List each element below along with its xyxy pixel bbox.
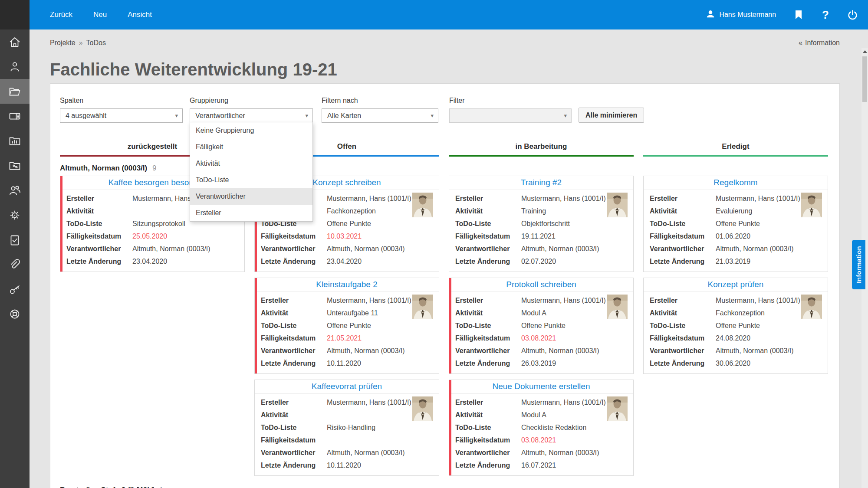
field-label: Ersteller: [650, 192, 716, 205]
field-label: Aktivität: [261, 409, 327, 421]
todo-card-title[interactable]: Kleinstaufgabe 2: [255, 278, 439, 292]
gruppierung-label: Gruppierung: [190, 97, 313, 105]
field-label: ToDo-Liste: [261, 319, 327, 332]
breadcrumb-todos[interactable]: ToDos: [86, 39, 106, 46]
scrollbar-thumb[interactable]: [862, 56, 867, 102]
breadcrumb-projekte[interactable]: Projekte: [50, 39, 76, 46]
field-label: Letzte Änderung: [650, 255, 716, 268]
field-label: ToDo-Liste: [650, 217, 716, 230]
menu-item-ansicht[interactable]: Ansicht: [128, 10, 152, 19]
todo-card-fields: ErstellerMustermann, Hans (1001/I)Aktivi…: [644, 292, 828, 373]
filtern-nach-select-value: Alle Karten: [327, 112, 361, 120]
field-label: Verantwortlicher: [455, 344, 521, 357]
todo-card-title[interactable]: Konzept prüfen: [644, 278, 828, 292]
board-controls: Spalten 4 ausgewählt ▾ Gruppierung Veran…: [60, 97, 830, 123]
field-value: 23.04.2020: [132, 255, 238, 268]
gruppierung-select[interactable]: Verantwortlicher ▾: [190, 108, 313, 123]
column-header-in-bearbeitung[interactable]: in Bearbeitung: [449, 142, 634, 157]
todo-card-fields: ErstellerMustermann, Hans (1001/I)Aktivi…: [255, 292, 439, 373]
gruppierung-option-aktivität[interactable]: Aktivität: [190, 155, 312, 172]
field-value: [327, 434, 433, 446]
field-label: Letzte Änderung: [455, 459, 521, 472]
sidebar-item-reports[interactable]: [0, 128, 30, 153]
field-label: Letzte Änderung: [66, 255, 132, 268]
todo-card-title[interactable]: Kaffeevorrat prüfen: [255, 380, 439, 394]
menu-item-neu[interactable]: Neu: [93, 10, 107, 19]
logout-icon[interactable]: [847, 10, 858, 20]
information-collapse-link[interactable]: «Information: [799, 39, 840, 47]
todo-card[interactable]: Protokoll schreibenErstellerMustermann, …: [449, 278, 634, 374]
todo-card[interactable]: Neue Dokumente erstellenErstellerMusterm…: [449, 380, 634, 476]
field-label: Aktivität: [650, 205, 716, 217]
board-column-headers: zurückgestelltOffenin BearbeitungErledig…: [60, 142, 830, 157]
field-value: Objektfortschritt: [521, 217, 627, 230]
column-header-erledigt[interactable]: Erledigt: [643, 142, 828, 157]
chevron-down-icon: ▾: [175, 112, 178, 119]
field-label: Aktivität: [455, 307, 521, 319]
key-icon: [8, 282, 22, 296]
group-header[interactable]: Altmuth, Norman (0003/I)9: [60, 164, 830, 173]
field-value: Altmuth, Norman (0003/I): [521, 242, 627, 255]
information-tab[interactable]: Information: [852, 240, 865, 289]
todo-card[interactable]: Kleinstaufgabe 2ErstellerMustermann, Han…: [254, 278, 439, 374]
column-header-label: Erledigt: [643, 142, 828, 151]
field-value: 23.04.2020: [327, 255, 433, 268]
field-label: ToDo-Liste: [261, 421, 327, 434]
information-tab-label: Information: [855, 246, 862, 283]
filter-select[interactable]: ▾: [449, 108, 572, 123]
scroll-up-arrow[interactable]: [863, 50, 867, 53]
gruppierung-option-todo-liste[interactable]: ToDo-Liste: [190, 172, 312, 188]
field-label: ToDo-Liste: [455, 217, 521, 230]
filtern-nach-select[interactable]: Alle Karten ▾: [322, 108, 438, 123]
folder-org-icon: [8, 159, 22, 173]
avatar: [412, 193, 433, 217]
todo-card-title[interactable]: Training #2: [449, 176, 633, 190]
gruppierung-option-fälligkeit[interactable]: Fälligkeit: [190, 139, 312, 155]
sidebar-item-tasks[interactable]: [0, 227, 30, 252]
gruppierung-option-keine-gruppierung[interactable]: Keine Gruppierung: [190, 122, 312, 139]
user-menu[interactable]: Hans Mustermann: [706, 9, 776, 20]
field-value: Offene Punkte: [327, 217, 433, 230]
sidebar-item-documents[interactable]: [0, 153, 30, 178]
sidebar-item-contacts[interactable]: [0, 54, 30, 79]
help-icon[interactable]: ?: [822, 8, 829, 22]
todo-card-title[interactable]: Protokoll schreiben: [449, 278, 633, 292]
menu-item-zurück[interactable]: Zurück: [50, 10, 72, 19]
content-area: Projekte»ToDos «Information Fachliche We…: [30, 29, 868, 488]
avatar: [607, 193, 628, 217]
field-label: Fälligkeitsdatum: [455, 332, 521, 344]
sidebar-item-permissions[interactable]: [0, 277, 30, 301]
sidebar-item-projects[interactable]: [0, 79, 30, 104]
gruppierung-option-verantwortlicher[interactable]: Verantwortlicher: [190, 188, 312, 205]
sidebar-item-team[interactable]: [0, 178, 30, 203]
alle-minimieren-button[interactable]: Alle minimieren: [579, 108, 644, 123]
filter-label: Filter: [449, 97, 572, 105]
group-title: Altmuth, Norman (0003/I): [60, 164, 147, 172]
sidebar-item-home[interactable]: [0, 29, 30, 54]
bookmark-icon[interactable]: [794, 10, 803, 20]
field-label: Ersteller: [650, 294, 716, 307]
field-label: Fälligkeitsdatum: [261, 230, 327, 242]
todo-card[interactable]: Training #2ErstellerMustermann, Hans (10…: [449, 176, 634, 272]
field-label: Verantwortlicher: [261, 344, 327, 357]
field-value: 21.05.2021: [327, 332, 433, 344]
todo-card[interactable]: Konzept prüfenErstellerMustermann, Hans …: [643, 278, 828, 374]
todo-card[interactable]: RegelkommErstellerMustermann, Hans (1001…: [643, 176, 828, 272]
todo-card-title[interactable]: Regelkomm: [644, 176, 828, 190]
field-value: Altmuth, Norman (0003/I): [132, 242, 238, 255]
field-label: Fälligkeitsdatum: [66, 230, 132, 242]
sidebar-item-cards[interactable]: [0, 104, 30, 128]
gruppierung-select-value: Verantwortlicher: [195, 112, 245, 120]
board-panel: Spalten 4 ausgewählt ▾ Gruppierung Veran…: [50, 83, 840, 488]
spalten-select[interactable]: 4 ausgewählt ▾: [60, 108, 183, 123]
sidebar-item-attachments[interactable]: [0, 252, 30, 277]
group-header[interactable]: Berater/in - Stufe 3 (I) [40h]1: [60, 486, 830, 488]
field-value: 10.11.2020: [327, 459, 433, 472]
column-underline: [449, 155, 634, 157]
gruppierung-option-ersteller[interactable]: Ersteller: [190, 205, 312, 221]
field-label: Fälligkeitsdatum: [261, 332, 327, 344]
todo-card-title[interactable]: Neue Dokumente erstellen: [449, 380, 633, 394]
todo-card[interactable]: Kaffeevorrat prüfenErstellerMustermann, …: [254, 380, 439, 476]
sidebar-item-settings[interactable]: [0, 203, 30, 227]
sidebar-item-support[interactable]: [0, 301, 30, 326]
